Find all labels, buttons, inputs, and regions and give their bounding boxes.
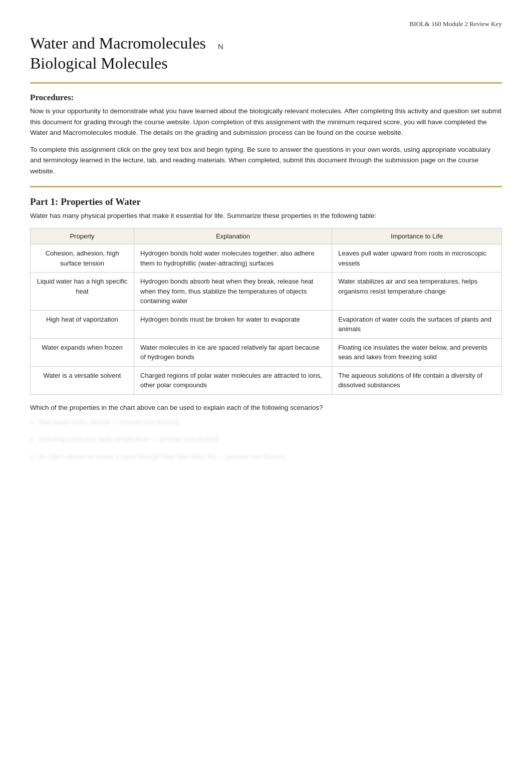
table-cell-property: Liquid water has a high specific heat	[31, 273, 134, 311]
table-row: Water is a versatile solventCharged regi…	[31, 366, 502, 394]
procedures-para2: To complete this assignment click on the…	[30, 144, 502, 177]
scenario-1: a. Wax paper is dry, almost — [answer te…	[30, 417, 502, 428]
table-row: Liquid water has a high specific heatHyd…	[31, 273, 502, 311]
procedures-para1: Now is your opportunity to demonstrate w…	[30, 106, 502, 138]
table-cell-importance: Leaves pull water upward from roots in m…	[332, 244, 502, 273]
table-row: Cohesion, adhesion, high surface tension…	[31, 244, 502, 273]
table-cell-property: Water is a versatile solvent	[31, 366, 134, 394]
table-cell-property: Water expands when frozen	[31, 338, 134, 366]
table-row: Water expands when frozenWater molecules…	[31, 338, 502, 366]
part1-section: Part 1: Properties of Water Water has ma…	[30, 196, 502, 462]
table-cell-explanation: Charged regions of polar water molecules…	[134, 366, 332, 394]
scenario-2-text: Sweating cools your body temperature — […	[39, 434, 219, 445]
scenario-2-bullet: b.	[30, 434, 36, 445]
course-header: BIOL& 160 Module 2 Review Key	[30, 20, 502, 28]
part1-intro: Water has many physical properties that …	[30, 210, 502, 221]
table-cell-importance: Water stabilizes air and sea temperature…	[332, 273, 502, 311]
col-header-property: Property	[31, 228, 134, 244]
scenario-1-text: Wax paper is dry, almost — [answer text …	[39, 417, 179, 428]
title-n-label: N	[218, 42, 223, 51]
main-title: Water and Macromolecules Biological Mole…	[30, 33, 206, 73]
procedures-section: Procedures: Now is your opportunity to d…	[30, 93, 502, 177]
scenario-3-text: An otter's dense fur keeps it warm throu…	[38, 452, 285, 462]
scenario-2: b. Sweating cools your body temperature …	[30, 434, 502, 445]
scenario-3-bullet: c.	[30, 452, 35, 462]
col-header-importance: Importance to Life	[332, 228, 502, 244]
scenario-3: c. An otter's dense fur keeps it warm th…	[30, 452, 502, 462]
course-label: BIOL& 160 Module 2 Review Key	[409, 20, 502, 28]
scenario-1-bullet: a.	[30, 417, 36, 428]
properties-table: Property Explanation Importance to Life …	[30, 228, 502, 395]
table-cell-property: High heat of vaporization	[31, 310, 134, 338]
divider-1	[30, 82, 502, 84]
table-cell-importance: The aqueous solutions of life contain a …	[332, 366, 502, 394]
table-cell-explanation: Water molecules in ice are spaced relati…	[134, 338, 332, 366]
table-cell-importance: Evaporation of water cools the surfaces …	[332, 310, 502, 338]
table-cell-property: Cohesion, adhesion, high surface tension	[31, 244, 134, 273]
table-cell-importance: Floating ice insulates the water below, …	[332, 338, 502, 366]
table-cell-explanation: Hydrogen bonds absorb heat when they bre…	[134, 273, 332, 311]
procedures-label: Procedures:	[30, 93, 502, 103]
table-row: High heat of vaporizationHydrogen bonds …	[31, 310, 502, 338]
part1-title: Part 1: Properties of Water	[30, 196, 502, 207]
page: BIOL& 160 Module 2 Review Key Water and …	[0, 0, 532, 782]
col-header-explanation: Explanation	[134, 228, 332, 244]
title-block: Water and Macromolecules Biological Mole…	[30, 33, 502, 73]
scenarios-intro: Which of the properties in the chart abo…	[30, 404, 502, 411]
divider-2	[30, 186, 502, 187]
table-cell-explanation: Hydrogen bonds hold water molecules toge…	[134, 244, 332, 273]
table-header-row: Property Explanation Importance to Life	[31, 228, 502, 244]
table-cell-explanation: Hydrogen bonds must be broken for water …	[134, 310, 332, 338]
